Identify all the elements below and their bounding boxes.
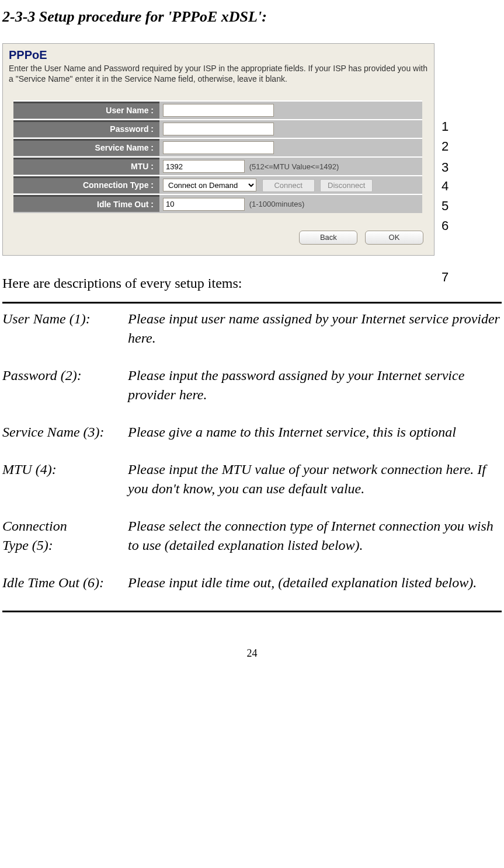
divider-bottom bbox=[2, 611, 502, 612]
description-term: Idle Time Out (6): bbox=[2, 573, 128, 611]
password-input[interactable] bbox=[163, 123, 274, 135]
mtu-input[interactable] bbox=[163, 160, 245, 173]
description-row: User Name (1): Please input user name as… bbox=[2, 309, 502, 366]
description-row: Idle Time Out (6): Please input idle tim… bbox=[2, 573, 502, 611]
page-number: 24 bbox=[2, 647, 502, 660]
description-row: Connection Type (5): Please select the c… bbox=[2, 517, 502, 573]
annotation-1: 1 bbox=[442, 119, 449, 134]
annotation-6: 6 bbox=[442, 218, 449, 233]
divider-top bbox=[2, 302, 502, 304]
description-text: Please input the MTU value of your netwo… bbox=[128, 460, 502, 517]
annotation-4: 4 bbox=[442, 179, 449, 194]
description-row: MTU (4): Please input the MTU value of y… bbox=[2, 460, 502, 517]
panel-subtitle: Enter the User Name and Password require… bbox=[9, 63, 428, 84]
description-row: Password (2): Please input the password … bbox=[2, 366, 502, 423]
descriptions-intro: Here are descriptions of every setup ite… bbox=[2, 276, 502, 291]
annotation-3: 3 bbox=[442, 160, 449, 175]
mtu-hint: (512<=MTU Value<=1492) bbox=[249, 162, 339, 171]
annotation-5: 5 bbox=[442, 198, 449, 214]
description-term: Connection Type (5): bbox=[2, 517, 128, 573]
description-text: Please select the connection type of Int… bbox=[128, 517, 502, 573]
connect-button[interactable]: Connect bbox=[262, 179, 315, 192]
ok-button[interactable]: OK bbox=[365, 231, 423, 245]
description-term: MTU (4): bbox=[2, 460, 128, 517]
description-text: Please input user name assigned by your … bbox=[128, 309, 502, 366]
description-term: Service Name (3): bbox=[2, 423, 128, 460]
connection-type-select[interactable]: Connect on Demand bbox=[163, 179, 256, 191]
password-label: Password : bbox=[13, 120, 159, 138]
service-name-input[interactable] bbox=[163, 141, 274, 154]
annotation-7: 7 bbox=[442, 270, 449, 285]
section-title: 2-3-3 Setup procedure for 'PPPoE xDSL': bbox=[2, 8, 502, 26]
description-term: Password (2): bbox=[2, 366, 128, 423]
annotation-2: 2 bbox=[442, 139, 449, 154]
description-text: Please give a name to this Internet serv… bbox=[128, 423, 502, 460]
description-text: Please input idle time out, (detailed ex… bbox=[128, 573, 502, 611]
mtu-label: MTU : bbox=[13, 157, 159, 176]
connection-type-label: Connection Type : bbox=[13, 176, 159, 194]
description-row: Service Name (3): Please give a name to … bbox=[2, 423, 502, 460]
user-name-input[interactable] bbox=[163, 104, 274, 117]
pppoe-config-panel: PPPoE Enter the User Name and Password r… bbox=[2, 43, 435, 256]
panel-title: PPPoE bbox=[9, 48, 428, 62]
disconnect-button[interactable]: Disconnect bbox=[320, 179, 373, 192]
service-name-label: Service Name : bbox=[13, 138, 159, 157]
idle-timeout-input[interactable] bbox=[163, 198, 245, 211]
idle-timeout-label: Idle Time Out : bbox=[13, 194, 159, 213]
description-term: User Name (1): bbox=[2, 309, 128, 366]
back-button[interactable]: Back bbox=[299, 231, 357, 245]
idle-timeout-hint: (1-1000minutes) bbox=[249, 200, 305, 208]
descriptions-table: User Name (1): Please input user name as… bbox=[2, 309, 502, 611]
description-text: Please input the password assigned by yo… bbox=[128, 366, 502, 423]
user-name-label: User Name : bbox=[13, 101, 159, 120]
